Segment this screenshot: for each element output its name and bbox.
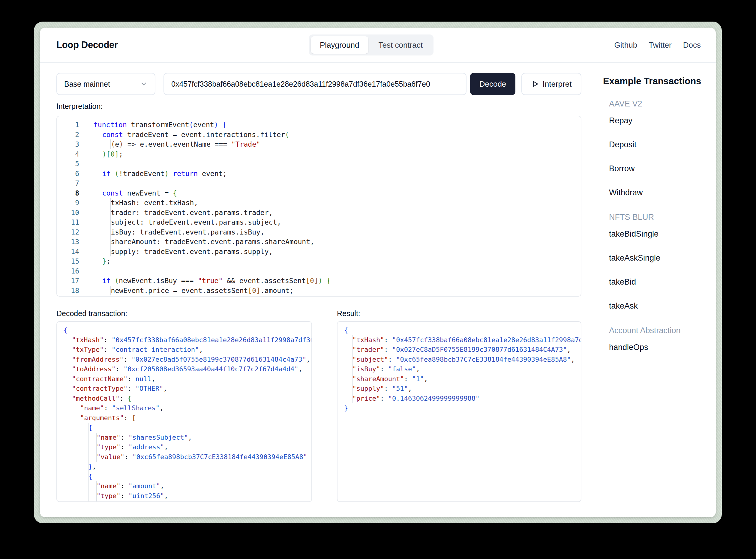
decoded-transaction-panel[interactable]: {"txHash": "0x457fcf338baf66a08ebc81ea1e… bbox=[57, 321, 312, 502]
sidebar-section-label: NFTS BLUR bbox=[609, 212, 705, 222]
tx-hash-input[interactable] bbox=[163, 73, 467, 95]
indent-guide bbox=[64, 472, 72, 482]
sidebar-section-label: Account Abstraction bbox=[609, 326, 705, 336]
indent-guide bbox=[72, 481, 81, 491]
example-tx-item[interactable]: takeAsk bbox=[609, 301, 705, 311]
code-line: "toAddress": "0xcf205808ed36593aa40a44f1… bbox=[64, 364, 311, 374]
example-tx-item[interactable]: takeAskSingle bbox=[609, 253, 705, 263]
decoded-transaction-label: Decoded transaction: bbox=[57, 309, 127, 318]
code-line: { bbox=[64, 423, 311, 433]
result-panel[interactable]: {"txHash": "0x457fcf338baf66a08ebc81ea1e… bbox=[337, 321, 581, 502]
example-tx-item[interactable]: takeBid bbox=[609, 277, 705, 287]
code-line: "subject": "0xc65fea898bcb37C7cE338184fe… bbox=[344, 355, 581, 365]
code-line: 19} bbox=[57, 295, 581, 297]
indent-guide bbox=[102, 139, 111, 149]
docs-link[interactable]: Docs bbox=[683, 41, 701, 50]
line-number: 13 bbox=[57, 237, 79, 247]
code-line: "txHash": "0x457fcf338baf66a08ebc81ea1e2… bbox=[64, 335, 311, 345]
indent-guide bbox=[64, 403, 72, 413]
indent-guide bbox=[344, 355, 353, 365]
code-line: "contractType": "OTHER", bbox=[64, 384, 311, 394]
indent-guide bbox=[80, 442, 89, 452]
line-number: 14 bbox=[57, 247, 79, 257]
network-select[interactable]: Base mainnet bbox=[57, 73, 155, 95]
indent-guide bbox=[89, 442, 97, 452]
code-line: 1function transformEvent(event) { bbox=[57, 120, 581, 130]
code-line: }, bbox=[64, 462, 311, 472]
sidebar-sections: AAVE V2RepayDepositBorrowWithdrawNFTS BL… bbox=[603, 99, 705, 352]
code-line: "type": "uint256", bbox=[64, 491, 311, 501]
header-links: Github Twitter Docs bbox=[615, 28, 701, 62]
indent-guide bbox=[64, 364, 72, 374]
indent-guide bbox=[102, 237, 111, 247]
indent-guide bbox=[94, 256, 102, 266]
code-line: "methodCall": { bbox=[64, 394, 311, 404]
page-frame: Loop Decoder Playground Test contract Gi… bbox=[34, 22, 722, 523]
view-toggle: Playground Test contract bbox=[309, 35, 433, 55]
example-tx-item[interactable]: Borrow bbox=[609, 163, 705, 174]
sidebar-section: NFTS BLURtakeBidSingletakeAskSingletakeB… bbox=[603, 212, 705, 311]
code-line: "name": "sellShares", bbox=[64, 403, 311, 413]
interpretation-code-editor[interactable]: 1function transformEvent(event) {2const … bbox=[57, 116, 581, 297]
example-tx-item[interactable]: Repay bbox=[609, 115, 705, 126]
header: Loop Decoder Playground Test contract Gi… bbox=[40, 28, 716, 63]
sidebar-section: Account AbstractionhandleOps bbox=[603, 326, 705, 352]
sidebar-section-label: AAVE V2 bbox=[609, 99, 705, 109]
indent-guide bbox=[344, 394, 353, 404]
network-select-value: Base mainnet bbox=[64, 80, 110, 88]
line-number: 4 bbox=[57, 149, 79, 159]
code-line: "value": "0xc65fea898bcb37C7cE338184fe44… bbox=[64, 452, 311, 462]
result-label: Result: bbox=[337, 309, 360, 318]
indent-guide bbox=[94, 178, 102, 188]
indent-guide bbox=[72, 423, 81, 433]
indent-guide bbox=[64, 452, 72, 462]
indent-guide bbox=[64, 423, 72, 433]
code-line: 6if (!tradeEvent) return event; bbox=[57, 169, 581, 179]
indent-guide bbox=[94, 188, 102, 198]
example-tx-item[interactable]: handleOps bbox=[609, 342, 705, 352]
interpret-button-label: Interpret bbox=[543, 80, 572, 89]
code-line: 16 bbox=[57, 266, 581, 276]
code-line: { bbox=[64, 472, 311, 482]
sidebar-title: Example Transactions bbox=[603, 76, 705, 87]
indent-guide bbox=[72, 491, 81, 501]
code-line: 11subject: tradeEvent.event.params.subje… bbox=[57, 218, 581, 227]
indent-guide bbox=[80, 491, 89, 501]
example-tx-item[interactable]: takeBidSingle bbox=[609, 229, 705, 239]
code-line: "txType": "contract interaction", bbox=[64, 345, 311, 355]
code-line: 7 bbox=[57, 178, 581, 188]
indent-guide bbox=[89, 491, 97, 501]
interpret-button[interactable]: Interpret bbox=[521, 73, 581, 95]
code-line: 5 bbox=[57, 159, 581, 169]
indent-guide bbox=[72, 403, 81, 413]
indent-guide bbox=[64, 413, 72, 423]
indent-guide bbox=[72, 433, 81, 443]
code-line: "txHash": "0x457fcf338baf66a08ebc81ea1e2… bbox=[344, 335, 581, 345]
indent-guide bbox=[80, 472, 89, 482]
indent-guide bbox=[102, 247, 111, 257]
line-number: 5 bbox=[57, 159, 79, 169]
indent-guide bbox=[94, 130, 102, 140]
indent-guide bbox=[344, 364, 353, 374]
indent-guide bbox=[94, 276, 102, 286]
code-line: "type": "address", bbox=[64, 442, 311, 452]
github-link[interactable]: Github bbox=[615, 41, 638, 50]
example-transactions-sidebar: Example Transactions AAVE V2RepayDeposit… bbox=[603, 76, 705, 366]
code-line: 13shareAmount: tradeEvent.event.params.s… bbox=[57, 237, 581, 247]
decode-button[interactable]: Decode bbox=[470, 73, 515, 95]
twitter-link[interactable]: Twitter bbox=[649, 41, 672, 50]
indent-guide bbox=[72, 472, 81, 482]
indent-guide bbox=[344, 384, 353, 394]
indent-guide bbox=[64, 384, 72, 394]
tab-test-contract[interactable]: Test contract bbox=[370, 36, 432, 54]
tab-playground[interactable]: Playground bbox=[311, 36, 369, 54]
indent-guide bbox=[94, 159, 102, 169]
example-tx-item[interactable]: Withdraw bbox=[609, 187, 705, 198]
indent-guide bbox=[89, 433, 97, 443]
code-line: 8const newEvent = { bbox=[57, 188, 581, 198]
indent-guide bbox=[72, 413, 81, 423]
example-tx-item[interactable]: Deposit bbox=[609, 139, 705, 150]
line-number: 10 bbox=[57, 208, 79, 218]
play-icon bbox=[531, 80, 539, 88]
code-line: } bbox=[344, 403, 581, 413]
